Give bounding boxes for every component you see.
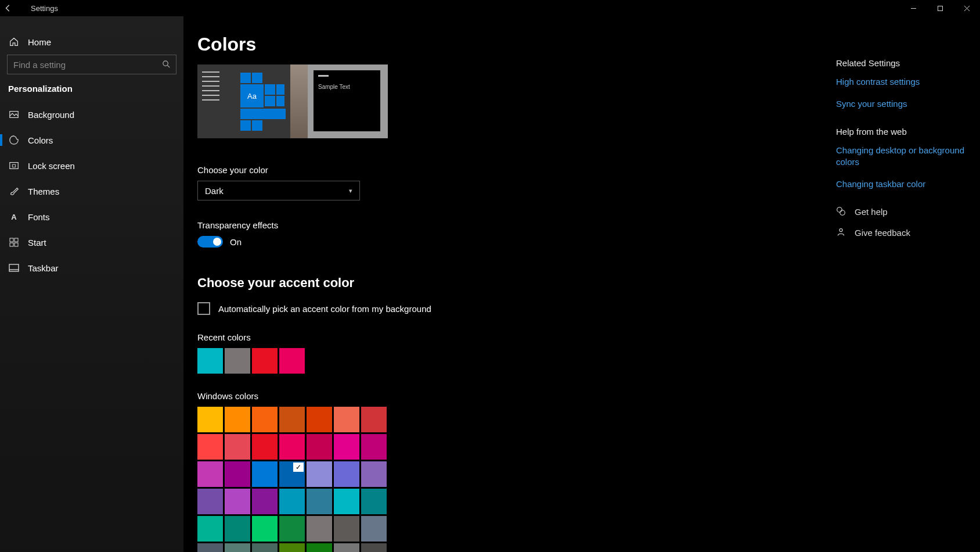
windows-color-swatch[interactable]: [334, 461, 359, 487]
related-settings-heading: Related Settings: [836, 58, 968, 68]
color-preview: Aa Sample Text: [197, 64, 388, 138]
sidebar-item-background[interactable]: Background: [0, 102, 183, 127]
windows-color-swatch[interactable]: ✓: [279, 461, 305, 487]
help-web-heading: Help from the web: [836, 127, 968, 137]
windows-color-swatch[interactable]: [225, 489, 250, 514]
windows-color-swatch[interactable]: [197, 407, 223, 432]
give-feedback-row[interactable]: Give feedback: [836, 227, 968, 238]
get-help-label: Get help: [855, 207, 888, 217]
transparency-toggle[interactable]: [197, 236, 223, 248]
recent-color-swatch[interactable]: [197, 348, 223, 374]
back-button[interactable]: [0, 0, 16, 16]
svg-point-14: [840, 210, 845, 216]
windows-color-swatch[interactable]: [225, 543, 250, 552]
sidebar-item-start[interactable]: Start: [0, 230, 183, 255]
sidebar-item-lockscreen[interactable]: Lock screen: [0, 153, 183, 178]
windows-color-swatch[interactable]: [307, 461, 332, 487]
windows-color-swatch[interactable]: [252, 543, 278, 552]
sidebar-item-taskbar[interactable]: Taskbar: [0, 255, 183, 281]
windows-color-swatch[interactable]: [334, 543, 359, 552]
sidebar-item-colors[interactable]: Colors: [0, 127, 183, 153]
windows-color-swatch[interactable]: [361, 489, 387, 514]
page-title: Colors: [197, 34, 980, 55]
choose-color-dropdown[interactable]: Dark ▾: [197, 181, 360, 200]
windows-color-swatch[interactable]: [361, 516, 387, 542]
svg-point-2: [163, 61, 168, 66]
sidebar-item-themes[interactable]: Themes: [0, 178, 183, 204]
minimize-button[interactable]: [900, 0, 927, 16]
palette-icon: [8, 134, 20, 146]
windows-color-swatch[interactable]: [361, 461, 387, 487]
windows-color-swatch[interactable]: [307, 434, 332, 460]
svg-rect-11: [9, 264, 19, 271]
feedback-icon: [836, 227, 846, 238]
windows-color-swatch[interactable]: [279, 489, 305, 514]
svg-point-15: [840, 229, 842, 232]
svg-point-13: [837, 207, 842, 213]
svg-rect-10: [15, 243, 18, 246]
chevron-down-icon: ▾: [349, 187, 352, 195]
transparency-state: On: [230, 237, 242, 247]
windows-color-swatch[interactable]: [307, 516, 332, 542]
sidebar-item-label: Lock screen: [28, 161, 75, 171]
recent-color-swatch[interactable]: [225, 348, 250, 374]
get-help-row[interactable]: Get help: [836, 206, 968, 217]
sidebar-section-title: Personalization: [0, 84, 183, 94]
sidebar-item-label: Background: [28, 110, 74, 120]
sidebar-item-fonts[interactable]: A Fonts: [0, 204, 183, 230]
changing-taskbar-link[interactable]: Changing taskbar color: [836, 178, 968, 190]
windows-color-swatch[interactable]: [225, 434, 250, 460]
windows-color-swatch[interactable]: [334, 489, 359, 514]
search-input[interactable]: [7, 55, 176, 74]
windows-color-swatch[interactable]: [197, 543, 223, 552]
recent-color-swatch[interactable]: [279, 348, 305, 374]
windows-color-swatch[interactable]: [334, 516, 359, 542]
svg-rect-1: [938, 6, 942, 10]
windows-color-swatch[interactable]: [197, 461, 223, 487]
windows-color-swatch[interactable]: [334, 434, 359, 460]
windows-color-swatch[interactable]: [307, 407, 332, 432]
give-feedback-label: Give feedback: [855, 228, 910, 238]
windows-color-swatch[interactable]: [225, 407, 250, 432]
windows-color-swatch[interactable]: [361, 434, 387, 460]
home-label: Home: [28, 37, 51, 47]
right-rail: Related Settings High contrast settings …: [836, 58, 980, 248]
close-button[interactable]: [953, 0, 980, 16]
windows-color-swatch[interactable]: [252, 461, 278, 487]
windows-color-swatch[interactable]: [361, 543, 387, 552]
windows-color-swatch[interactable]: [225, 516, 250, 542]
titlebar: Settings: [0, 0, 980, 16]
auto-accent-checkbox[interactable]: [197, 302, 210, 315]
windows-color-swatch[interactable]: [307, 543, 332, 552]
windows-color-swatch[interactable]: [252, 489, 278, 514]
windows-color-swatch[interactable]: [334, 407, 359, 432]
windows-color-swatch[interactable]: [252, 434, 278, 460]
windows-color-swatch[interactable]: [197, 516, 223, 542]
svg-rect-6: [12, 164, 15, 167]
svg-rect-8: [15, 238, 18, 242]
svg-rect-5: [10, 163, 18, 169]
windows-color-swatch[interactable]: [279, 407, 305, 432]
brush-icon: [8, 185, 20, 197]
windows-color-swatch[interactable]: [307, 489, 332, 514]
recent-color-swatch[interactable]: [252, 348, 278, 374]
home-nav[interactable]: Home: [0, 29, 183, 55]
sidebar-item-label: Themes: [28, 187, 59, 196]
windows-color-swatch[interactable]: [252, 407, 278, 432]
windows-color-swatch[interactable]: [197, 489, 223, 514]
windows-color-swatch[interactable]: [279, 543, 305, 552]
windows-color-swatch[interactable]: [361, 407, 387, 432]
svg-line-3: [167, 65, 170, 67]
windows-color-swatch[interactable]: [279, 516, 305, 542]
search-icon: [162, 60, 171, 70]
windows-color-swatch[interactable]: [197, 434, 223, 460]
windows-color-swatch[interactable]: [225, 461, 250, 487]
svg-rect-9: [10, 243, 13, 246]
maximize-button[interactable]: [927, 0, 953, 16]
checkmark-icon: ✓: [293, 463, 304, 472]
windows-color-swatch[interactable]: [279, 434, 305, 460]
changing-colors-link[interactable]: Changing desktop or background colors: [836, 145, 968, 169]
sync-settings-link[interactable]: Sync your settings: [836, 98, 968, 110]
windows-color-swatch[interactable]: [252, 516, 278, 542]
high-contrast-link[interactable]: High contrast settings: [836, 76, 968, 88]
